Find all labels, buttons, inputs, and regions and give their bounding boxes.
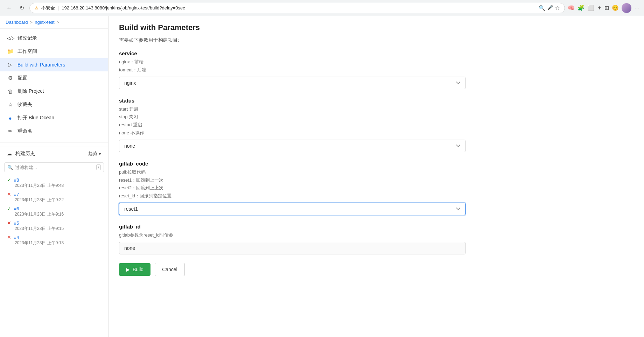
sidebar-item-workspace[interactable]: 📁 工作空间 — [0, 45, 108, 58]
sidebar-item-label: 删除 Project — [18, 88, 44, 94]
build-number-row: ✓ #8 — [7, 177, 101, 183]
ext-grid-icon[interactable]: ⊞ — [604, 5, 609, 11]
param-status-desc-1: start 开启 — [119, 106, 634, 113]
param-service-desc-1: nginx：前端 — [119, 58, 634, 66]
sidebar-item-blue-ocean[interactable]: ● 打开 Blue Ocean — [0, 111, 108, 125]
build-history-label: 构建历史 — [15, 150, 35, 157]
param-status-name: status — [119, 98, 634, 104]
breadcrumb-dashboard[interactable]: Dashboard — [6, 20, 28, 25]
refresh-button[interactable]: ↻ — [17, 3, 27, 13]
param-service-select[interactable]: nginx tomcat — [119, 77, 465, 89]
ext-layout-icon[interactable]: ⬜ — [587, 5, 594, 11]
build-button-label: Build — [133, 267, 144, 272]
cancel-button[interactable]: Cancel — [155, 263, 185, 276]
param-gitlab-code-select[interactable]: reset1 pull reset2 reset_id — [119, 203, 465, 215]
sidebar-item-rename[interactable]: ✏ 重命名 — [0, 125, 108, 138]
search-icon[interactable]: 🔍 — [539, 5, 545, 11]
build-date-8: 2023年11月23日 上午9:48 — [7, 183, 101, 189]
param-gitlab-code-name: gitlab_code — [119, 161, 634, 167]
build-link-5[interactable]: #5 — [14, 220, 19, 226]
ext-smiley-icon[interactable]: 😊 — [612, 5, 619, 11]
search-bar: 🔍 / — [4, 162, 104, 172]
build-link-4[interactable]: #4 — [14, 235, 19, 240]
build-link-7[interactable]: #7 — [14, 192, 19, 197]
sidebar-item-favorites[interactable]: ☆ 收藏夹 — [0, 98, 108, 111]
build-link-8[interactable]: #8 — [14, 177, 19, 183]
star-outline-icon: ☆ — [7, 101, 13, 108]
breadcrumb-project[interactable]: nginx-test — [35, 20, 54, 25]
build-history-left: ☁ 构建历史 — [7, 150, 35, 157]
param-status-desc-4: none 不操作 — [119, 129, 634, 137]
build-item-4[interactable]: ✕ #4 2023年11月23日 上午9:13 — [0, 233, 108, 247]
build-date-6: 2023年11月23日 上午9:16 — [7, 211, 101, 217]
param-gitlab-id-name: gitlab_id — [119, 224, 634, 230]
trash-icon: 🗑 — [7, 89, 13, 94]
star-icon[interactable]: ☆ — [555, 5, 560, 11]
pencil-icon: ✏ — [7, 128, 13, 134]
build-link-6[interactable]: #6 — [14, 206, 19, 211]
nav-menu: </> 修改记录 📁 工作空间 ▷ Build with Parameters … — [0, 29, 108, 141]
build-number-row: ✕ #7 — [7, 191, 101, 197]
ext-puzzle-icon[interactable]: 🧩 — [578, 5, 584, 11]
param-service-name: service — [119, 50, 634, 56]
param-status-desc-3: restart 重启 — [119, 121, 634, 129]
security-warning-icon: ⚠ — [35, 6, 38, 10]
address-bar[interactable]: ⚠ 不安全 | 192.168.20.143:8080/jenkins/job/… — [29, 3, 565, 13]
param-gitlab-code-desc-2: reset1：回滚到上一次 — [119, 177, 634, 184]
user-avatar[interactable] — [622, 3, 631, 13]
cloud-icon: ☁ — [7, 151, 12, 156]
build-button[interactable]: ▶ Build — [119, 263, 150, 276]
build-failure-icon: ✕ — [7, 234, 11, 240]
search-input[interactable] — [15, 165, 96, 170]
sidebar-item-change-log[interactable]: </> 修改记录 — [0, 31, 108, 45]
sidebar-divider — [0, 142, 108, 142]
sidebar-item-label: 重命名 — [18, 128, 32, 134]
param-gitlab-code-desc-1: pull:拉取代码 — [119, 169, 634, 176]
sidebar-item-delete[interactable]: 🗑 删除 Project — [0, 85, 108, 98]
sidebar-item-config[interactable]: ⚙ 配置 — [0, 71, 108, 85]
param-gitlab-id-desc: gitlab参数为reset_id时传参 — [119, 232, 634, 239]
app-layout: Dashboard > nginx-test > </> 修改记录 📁 工作空间… — [0, 16, 644, 337]
build-item-5[interactable]: ✕ #5 2023年11月23日 上午9:15 — [0, 219, 108, 233]
code-icon: </> — [7, 35, 13, 41]
build-item-6[interactable]: ✓ #6 2023年11月23日 上午9:16 — [0, 204, 108, 219]
gear-icon: ⚙ — [7, 75, 13, 81]
build-history-trend[interactable]: 趋势 ▾ — [88, 150, 101, 157]
params-intro: 需要如下参数用于构建项目: — [119, 37, 634, 43]
sidebar-item-build-with-params[interactable]: ▷ Build with Parameters — [0, 58, 108, 71]
build-date-7: 2023年11月23日 上午9:22 — [7, 197, 101, 203]
address-divider: | — [58, 5, 59, 10]
page-title: Build with Parameters — [119, 23, 634, 32]
build-number-row: ✕ #5 — [7, 220, 101, 226]
back-button[interactable]: ← — [4, 3, 14, 13]
address-bar-icons: 🔍 🎤 ☆ — [539, 5, 560, 11]
build-history-header[interactable]: ☁ 构建历史 趋势 ▾ — [0, 147, 108, 160]
param-service: service nginx：前端 tomcat：后端 nginx tomcat — [119, 50, 634, 89]
param-status: status start 开启 stop 关闭 restart 重启 none … — [119, 98, 634, 152]
search-icon: 🔍 — [7, 165, 13, 170]
param-gitlab-id-input[interactable] — [119, 242, 465, 254]
trend-label: 趋势 — [88, 150, 97, 157]
ext-brain-icon[interactable]: 🧠 — [568, 5, 575, 11]
sidebar-item-label: 工作空间 — [18, 48, 37, 55]
param-gitlab-code-desc-4: reset_id：回滚到指定位置 — [119, 192, 634, 200]
param-status-select[interactable]: none start stop restart — [119, 140, 465, 152]
search-slash-key: / — [96, 164, 101, 170]
build-number-row: ✕ #4 — [7, 234, 101, 240]
build-item-8[interactable]: ✓ #8 2023年11月23日 上午9:48 — [0, 176, 108, 190]
breadcrumb-sep1: > — [30, 20, 33, 25]
build-item-7[interactable]: ✕ #7 2023年11月23日 上午9:22 — [0, 190, 108, 204]
browser-extensions: 🧠 🧩 ⬜ ✦ ⊞ 😊 ⋯ — [568, 3, 640, 13]
browser-chrome: ← ↻ ⚠ 不安全 | 192.168.20.143:8080/jenkins/… — [0, 0, 644, 16]
more-menu-icon[interactable]: ⋯ — [634, 5, 640, 11]
param-gitlab-code: gitlab_code pull:拉取代码 reset1：回滚到上一次 rese… — [119, 161, 634, 215]
build-success-icon: ✓ — [7, 177, 11, 183]
action-buttons: ▶ Build Cancel — [119, 263, 634, 276]
insecure-label: 不安全 — [41, 5, 55, 11]
build-date-4: 2023年11月23日 上午9:13 — [7, 240, 101, 246]
ext-star-icon[interactable]: ✦ — [597, 5, 602, 11]
build-number-row: ✓ #6 — [7, 206, 101, 211]
sidebar-item-label: Build with Parameters — [18, 62, 65, 68]
mic-icon[interactable]: 🎤 — [547, 5, 553, 11]
sidebar-item-label: 打开 Blue Ocean — [18, 115, 54, 121]
